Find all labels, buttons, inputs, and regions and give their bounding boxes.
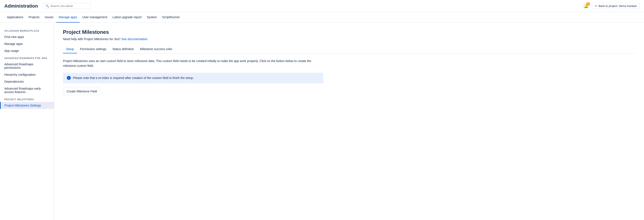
info-icon: i [67, 76, 71, 80]
sidebar-item-manage-apps[interactable]: Manage apps [0, 40, 54, 47]
help-text: Need help with Project Milestones for Ji… [63, 37, 635, 41]
nav-item-system[interactable]: System [144, 12, 160, 22]
main-content: Project Milestones Need help with Projec… [54, 22, 644, 220]
back-button-label: Back to project: Demo Kanban [599, 4, 637, 8]
content-tabs: Setup Permission settings Status definit… [63, 45, 635, 53]
header-right: 🔔 1 ↩ Back to project: Demo Kanban [582, 2, 640, 10]
sidebar-item-project-milestones-settings[interactable]: Project Milestones Settings [0, 102, 54, 109]
sidebar-section-atlassian-marketplace: ATLASSIAN MARKETPLACE [0, 27, 54, 34]
create-milestone-field-button[interactable]: Create Milestone Field [63, 88, 101, 95]
tab-permission-settings[interactable]: Permission settings [77, 45, 109, 53]
search-icon [46, 4, 49, 8]
nav-item-user-management[interactable]: User management [80, 12, 110, 22]
page-title: Administration [4, 3, 38, 9]
sidebar: ATLASSIAN MARKETPLACE Find new apps Mana… [0, 22, 54, 220]
sidebar-item-dependencies[interactable]: Dependencies [0, 78, 54, 85]
help-text-content: Need help with Project Milestones for Ji… [63, 37, 120, 41]
search-box[interactable]: Search Jira admin [43, 3, 91, 9]
sidebar-section-advanced-roadmaps: ADVANCED ROADMAPS FOR JIRA [0, 54, 54, 61]
nav-item-manage-apps[interactable]: Manage apps [56, 12, 80, 22]
see-documentation-link[interactable]: See documentation [121, 37, 148, 41]
nav-item-applications[interactable]: Applications [4, 12, 26, 22]
back-arrow-icon: ↩ [595, 4, 597, 8]
notification-button[interactable]: 🔔 1 [582, 2, 590, 10]
nav-bar: Applications Projects Issues Manage apps… [0, 12, 644, 22]
sidebar-item-advanced-roadmaps-permissions[interactable]: Advanced Roadmaps permissions [0, 61, 54, 71]
header: Administration Search Jira admin 🔔 1 ↩ B… [0, 0, 644, 12]
search-placeholder: Search Jira admin [50, 4, 73, 8]
notification-badge: 1 [586, 2, 590, 6]
sidebar-item-app-usage[interactable]: App usage [0, 47, 54, 54]
setup-description: Project Milestones uses an own custom fi… [63, 58, 323, 68]
sidebar-section-project-milestones: PROJECT MILESTONES [0, 96, 54, 102]
tab-milestone-success-color[interactable]: Milestone success color [137, 45, 176, 53]
back-to-project-button[interactable]: ↩ Back to project: Demo Kanban [592, 3, 640, 9]
tab-status-definition[interactable]: Status definition [109, 45, 137, 53]
sidebar-item-advanced-roadmaps-early-access[interactable]: Advanced Roadmaps early access features [0, 85, 54, 96]
info-box: i Please note that a re-index is require… [63, 73, 323, 83]
body-layout: ATLASSIAN MARKETPLACE Find new apps Mana… [0, 22, 644, 220]
tab-setup[interactable]: Setup [63, 45, 77, 53]
info-message: Please note that a re-index is required … [73, 76, 194, 80]
nav-item-issues[interactable]: Issues [42, 12, 56, 22]
sidebar-item-find-new-apps[interactable]: Find new apps [0, 34, 54, 40]
nav-item-projects[interactable]: Projects [26, 12, 42, 22]
nav-item-scriptrunner[interactable]: ScriptRunner [160, 12, 182, 22]
main-page-title: Project Milestones [63, 29, 635, 35]
sidebar-item-hierarchy-configuration[interactable]: Hierarchy configuration [0, 71, 54, 78]
nav-item-latest-upgrade-report[interactable]: Latest upgrade report [110, 12, 144, 22]
